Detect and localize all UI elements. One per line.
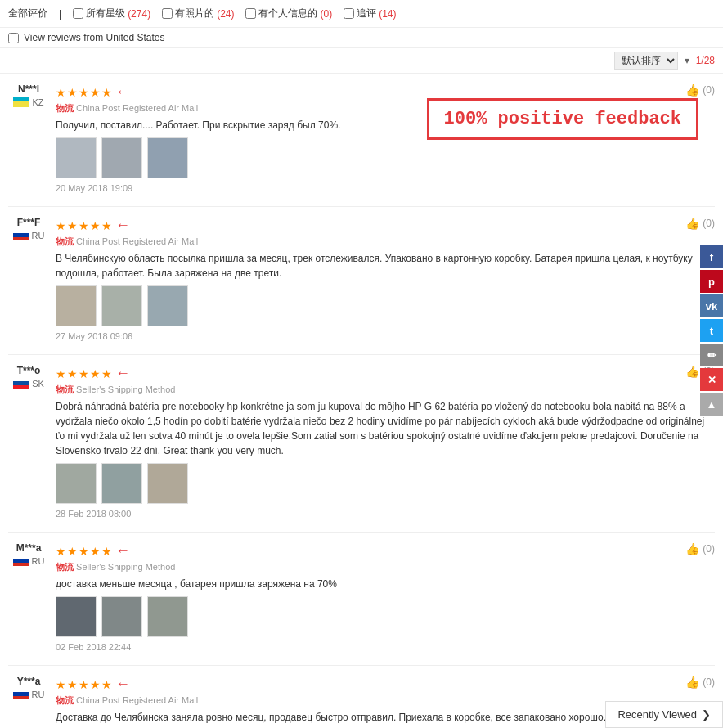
stars-2: ★ ★ ★ ★ ★ [56, 219, 112, 232]
review-item: 👍 (0) N***l KZ ★ ★ ★ ★ ★ [8, 74, 715, 207]
flag-ru-icon [13, 230, 29, 240]
review-footer-3: 28 Feb 2018 08:00 [56, 509, 715, 519]
filter-personal-checkbox[interactable] [245, 8, 256, 19]
review-header-3: T***o SK ★ ★ ★ ★ ★ ← [8, 365, 715, 519]
shipping-4: 物流 Seller's Shipping Method [56, 561, 715, 573]
flag-ru-icon [13, 689, 29, 699]
reviewer-info-5: Y***a RU [8, 676, 49, 699]
reviewer-info-3: T***o SK [8, 365, 49, 389]
review-thumb[interactable] [101, 285, 142, 326]
red-arrow-4: ← [115, 542, 130, 559]
review-thumb[interactable] [147, 137, 188, 178]
reviewer-country-5: RU [13, 689, 45, 699]
edit-button[interactable]: ✏ [700, 344, 723, 366]
view-us-checkbox[interactable] [8, 33, 19, 43]
view-us-label[interactable]: View reviews from United States [24, 32, 165, 43]
review-images-3 [56, 463, 715, 504]
filter-bar: 全部评价 | 所有星级 (274) 有照片的 (24) 有个人信息的 (0) 追… [0, 0, 723, 28]
vk-button[interactable]: vk [700, 294, 723, 317]
sort-bar: 默认排序 ▾ 1/28 [0, 48, 723, 74]
sort-select[interactable]: 默认排序 [614, 52, 678, 70]
helpful-count-1[interactable]: 👍 (0) [685, 83, 715, 97]
review-main-2: ★ ★ ★ ★ ★ ← 物流 China Post Registered Air… [56, 217, 715, 341]
review-text-3: Dobrá náhradná batéria pre notebooky hp … [56, 399, 715, 458]
review-thumb[interactable] [56, 463, 97, 504]
stars-1: ★ ★ ★ ★ ★ [56, 86, 112, 99]
review-footer-1: 20 May 2018 19:09 [56, 183, 715, 193]
twitter-button[interactable]: t [700, 319, 723, 342]
red-arrow-1: ← [115, 83, 130, 101]
review-thumb[interactable] [56, 596, 97, 637]
review-images-4 [56, 596, 715, 637]
review-text-4: доставка меньше месяца , батарея пришла … [56, 577, 715, 591]
review-item: 👍 (0) T***o SK ★ ★ ★ ★ ★ [8, 355, 715, 533]
reviewer-name-4: M***a [16, 542, 42, 554]
filter-has-photo-checkbox[interactable] [162, 8, 173, 19]
reviewer-country-1: KZ [13, 97, 43, 107]
page-info: 1/28 [696, 55, 715, 66]
flag-kz-icon [13, 97, 29, 107]
filter-has-photo[interactable]: 有照片的 (24) [162, 7, 234, 20]
pinterest-button[interactable]: p [700, 270, 723, 293]
stars-5: ★ ★ ★ ★ ★ [56, 678, 112, 691]
review-thumb[interactable] [101, 596, 142, 637]
helpful-count-4[interactable]: 👍 (0) [685, 542, 715, 555]
review-thumb[interactable] [101, 137, 142, 178]
stars-row-3: ★ ★ ★ ★ ★ ← [56, 365, 715, 382]
review-images-1 [56, 137, 715, 178]
stars-row-5: ★ ★ ★ ★ ★ ← [56, 676, 715, 693]
review-thumb[interactable] [147, 463, 188, 504]
helpful-count-5[interactable]: 👍 (0) [685, 676, 715, 689]
review-date-2: 27 May 2018 09:06 [56, 331, 132, 341]
review-footer-4: 02 Feb 2018 22:44 [56, 642, 715, 652]
review-thumb[interactable] [147, 596, 188, 637]
review-date-1: 20 May 2018 19:09 [56, 183, 132, 193]
filter-all-stars[interactable]: 所有星级 (274) [73, 7, 150, 20]
filter-all-stars-checkbox[interactable] [73, 8, 83, 19]
flag-sk-icon [13, 378, 29, 389]
review-main-4: ★ ★ ★ ★ ★ ← 物流 Seller's Shipping Method … [56, 542, 715, 652]
reviewer-country-2: RU [13, 230, 45, 240]
positive-feedback-box: 100% positive feedback [427, 98, 698, 140]
social-sidebar: f p vk t ✏ ✕ ▲ [700, 245, 723, 416]
helpful-count-2[interactable]: 👍 (0) [685, 217, 715, 230]
filter-personal[interactable]: 有个人信息的 (0) [245, 7, 332, 20]
thumbs-up-icon: 👍 [685, 365, 699, 378]
filter-followup-checkbox[interactable] [344, 8, 354, 19]
review-thumb[interactable] [147, 285, 188, 326]
facebook-button[interactable]: f [700, 245, 723, 268]
stars-row-2: ★ ★ ★ ★ ★ ← [56, 217, 715, 234]
reviewer-name-5: Y***a [17, 676, 41, 687]
close-button[interactable]: ✕ [700, 368, 723, 391]
recently-viewed-bar[interactable]: Recently Viewed ❯ [605, 701, 723, 728]
filter-all-reviews[interactable]: 全部评价 [8, 7, 47, 20]
thumbs-up-icon: 👍 [685, 83, 699, 97]
review-main-3: ★ ★ ★ ★ ★ ← 物流 Seller's Shipping Method … [56, 365, 715, 519]
review-date-4: 02 Feb 2018 22:44 [56, 642, 131, 652]
filter-separator: | [59, 8, 61, 20]
review-text-2: В Челябинскую область посылка пришла за … [56, 251, 715, 281]
review-thumb[interactable] [56, 285, 97, 326]
review-footer-2: 27 May 2018 09:06 [56, 331, 715, 341]
reviewer-name-2: F***F [17, 217, 41, 228]
reviewer-name-3: T***o [17, 365, 41, 376]
review-item: 👍 (0) F***F RU ★ ★ ★ ★ ★ [8, 207, 715, 355]
review-thumb[interactable] [56, 137, 97, 178]
red-arrow-2: ← [115, 217, 130, 234]
stars-row-4: ★ ★ ★ ★ ★ ← [56, 542, 715, 559]
review-item: 👍 (0) M***a RU ★ ★ ★ ★ ★ [8, 533, 715, 666]
review-header-2: F***F RU ★ ★ ★ ★ ★ ← [8, 217, 715, 341]
thumbs-up-icon: 👍 [685, 676, 699, 689]
review-thumb[interactable] [101, 463, 142, 504]
up-button[interactable]: ▲ [700, 393, 723, 416]
reviews-container: 100% positive feedback 👍 (0) N***l KZ ★ … [0, 74, 723, 728]
thumbs-up-icon: 👍 [685, 217, 699, 230]
shipping-2: 物流 China Post Registered Air Mail [56, 236, 715, 248]
reviewer-name-1: N***l [18, 83, 39, 95]
shipping-3: 物流 Seller's Shipping Method [56, 384, 715, 396]
reviewer-country-4: RU [13, 555, 45, 566]
recently-viewed-label: Recently Viewed [617, 708, 697, 721]
filter-followup[interactable]: 追评 (14) [344, 7, 396, 20]
stars-4: ★ ★ ★ ★ ★ [56, 545, 112, 558]
red-arrow-3: ← [115, 365, 130, 382]
